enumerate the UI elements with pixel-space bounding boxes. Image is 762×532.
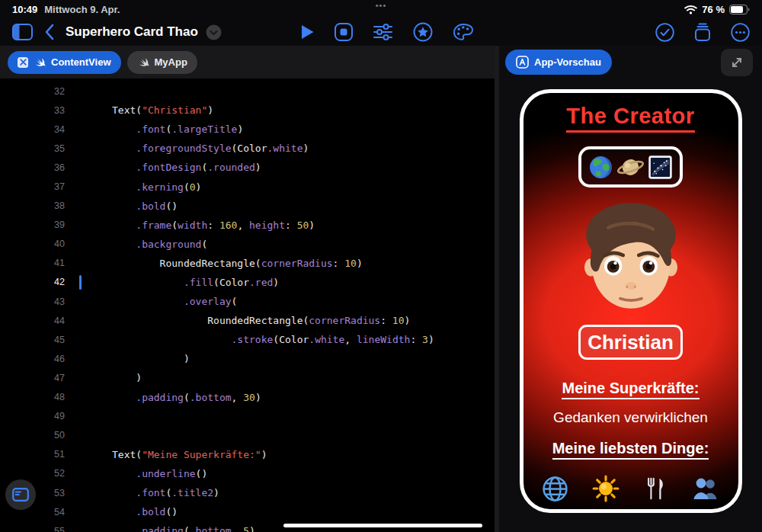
name-badge: Christian (578, 325, 683, 360)
code-line[interactable]: 46 ) (0, 349, 495, 368)
code-line[interactable]: 51Text("Meine Superkräfte:") (0, 445, 495, 464)
superpowers-text: Gedanken verwirklichen (553, 409, 708, 426)
app-preview-label: App-Vorschau (534, 56, 601, 68)
stop-button[interactable] (335, 23, 353, 41)
line-number: 50 (0, 430, 65, 441)
code-line[interactable]: 42 .fill(Color.red) (0, 273, 495, 292)
text-cursor (79, 275, 82, 290)
code-line[interactable]: 38 .bold() (0, 197, 495, 216)
line-number: 47 (0, 373, 65, 383)
code-line[interactable]: 37 .kerning(0) (0, 177, 495, 196)
code-line[interactable]: 40 .background( (0, 235, 495, 254)
tab-label: MyApp (155, 56, 187, 68)
line-number: 45 (0, 335, 65, 345)
code-line[interactable]: 48 .padding(.bottom, 30) (0, 388, 495, 407)
code-text: .background( (65, 239, 207, 250)
title-chevron-down-icon[interactable] (206, 24, 222, 40)
code-line[interactable]: 41 RoundedRectangle(cornerRadius: 10) (0, 254, 495, 273)
expand-preview-button[interactable] (721, 49, 753, 76)
code-line[interactable]: 49 (0, 407, 495, 426)
back-chevron-icon[interactable] (44, 24, 54, 40)
swift-icon (34, 56, 46, 69)
code-text: .font(.title2) (65, 487, 219, 498)
code-line[interactable]: 54 .bold() (0, 502, 495, 521)
snippets-button[interactable] (5, 479, 36, 510)
palette-icon[interactable] (453, 23, 474, 41)
code-line[interactable]: 35 .foregroundStyle(Color.white) (0, 139, 495, 158)
code-line[interactable]: 33Text("Christian") (0, 101, 495, 120)
horizontal-scrollbar[interactable] (283, 524, 482, 527)
code-text: Text("Meine Superkräfte:") (65, 449, 267, 460)
line-number: 46 (0, 354, 65, 364)
code-text: .stroke(Color.white, lineWidth: 3) (65, 334, 434, 345)
earth-globe-emoji (588, 155, 613, 180)
line-number: 33 (0, 105, 65, 116)
code-line[interactable]: 39 .frame(width: 160, height: 50) (0, 216, 495, 235)
guide-star-icon[interactable] (413, 22, 433, 42)
more-ellipsis-circle-icon[interactable] (731, 23, 750, 42)
sidebar-toggle-icon[interactable] (12, 24, 33, 40)
code-text: .overlay( (65, 296, 237, 307)
code-line[interactable]: 32 (0, 82, 495, 101)
close-tab-icon[interactable] (18, 57, 28, 68)
app-preview-button[interactable]: App-Vorschau (505, 50, 612, 75)
code-line[interactable]: 47 ) (0, 368, 495, 387)
code-text: .frame(width: 160, height: 50) (65, 220, 315, 231)
app-preview-card: The Creator (520, 89, 742, 513)
code-text: RoundedRectangle(cornerRadius: 10) (65, 315, 410, 326)
run-options-sliders-icon[interactable] (373, 24, 393, 40)
line-number: 54 (0, 507, 65, 518)
app-stack-icon[interactable] (693, 23, 712, 42)
code-line[interactable]: 52 .underline() (0, 464, 495, 483)
card-title: The Creator (566, 104, 694, 133)
code-area[interactable]: 3233Text("Christian")34 .font(.largeTitl… (0, 79, 495, 532)
run-button[interactable] (300, 24, 315, 40)
code-text: ) (65, 372, 142, 383)
code-line[interactable]: 34 .font(.largeTitle) (0, 120, 495, 139)
superpowers-heading: Meine Superkräfte: (562, 380, 699, 399)
preview-header: App-Vorschau (499, 46, 762, 79)
tab-myapp[interactable]: MyApp (127, 51, 197, 74)
code-line[interactable]: 45 .stroke(Color.white, lineWidth: 3) (0, 330, 495, 349)
code-line[interactable]: 36 .fontDesign(.rounded) (0, 158, 495, 177)
tab-contentview[interactable]: ContentView (8, 51, 121, 74)
tab-label: ContentView (51, 56, 111, 68)
tab-strip: ContentView MyApp (0, 46, 495, 79)
preview-pane: App-Vorschau The Creator (499, 46, 762, 532)
window-handle[interactable]: ••• (0, 1, 762, 10)
code-text: .bold() (65, 200, 178, 212)
swift-icon (137, 56, 149, 69)
code-text: RoundedRectangle(cornerRadius: 10) (65, 258, 363, 269)
line-number: 48 (0, 392, 65, 402)
code-line[interactable]: 50 (0, 426, 495, 445)
code-line[interactable]: 44 RoundedRectangle(cornerRadius: 10) (0, 311, 495, 330)
code-text: Text("Christian") (65, 104, 213, 116)
line-number: 51 (0, 449, 65, 460)
check-circle-icon[interactable] (655, 23, 674, 42)
code-text: .foregroundStyle(Color.white) (65, 143, 309, 154)
line-number: 42 (0, 277, 65, 287)
space-emoji-pill (578, 146, 683, 187)
document-title: Superhero Card Thao (66, 24, 198, 40)
line-number: 35 (0, 143, 65, 154)
line-number: 43 (0, 296, 65, 307)
line-number: 32 (0, 86, 65, 97)
editor-pane: ContentView MyApp 3233Text("Christian")3… (0, 46, 499, 532)
line-number: 36 (0, 162, 65, 173)
code-line[interactable]: 53 .font(.title2) (0, 483, 495, 502)
line-number: 52 (0, 468, 65, 479)
line-number: 49 (0, 411, 65, 421)
code-text: .fontDesign(.rounded) (65, 162, 261, 173)
favorite-things-heading: Meine liebsten Dinge: (552, 440, 709, 460)
toolbar: Superhero Card Thao (0, 18, 762, 46)
code-text: ) (65, 353, 190, 364)
code-text: .bold() (65, 506, 178, 518)
code-line[interactable]: 43 .overlay( (0, 292, 495, 311)
milky-way-emoji (648, 155, 673, 180)
code-text: .fill(Color.red) (65, 277, 279, 288)
line-number: 38 (0, 200, 65, 211)
line-number: 41 (0, 258, 65, 268)
line-number: 39 (0, 220, 65, 230)
line-number: 37 (0, 181, 65, 192)
busts-people-emoji (692, 476, 719, 502)
